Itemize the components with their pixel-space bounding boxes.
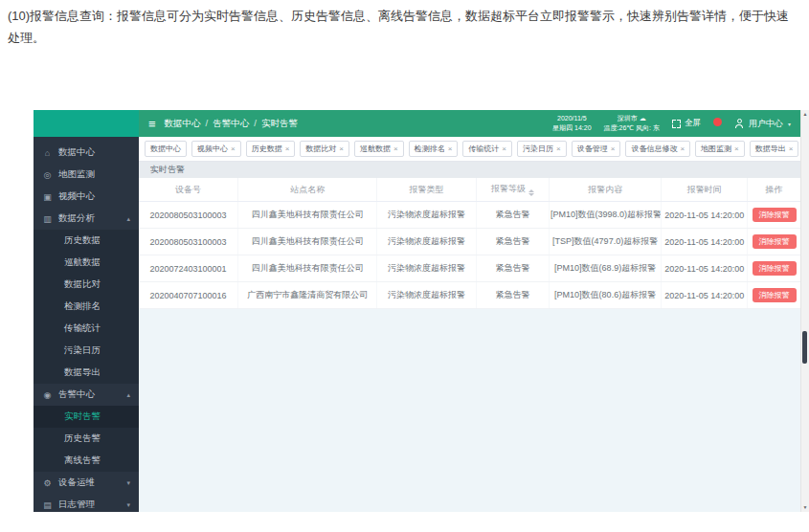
cell-content: [PM10]数值(3998.0)超标报警: [549, 202, 661, 229]
sidebar-subitem-cruise-data[interactable]: 巡航数据: [34, 252, 139, 274]
sidebar-subitem-data-compare[interactable]: 数据比对: [34, 274, 139, 296]
sidebar-item-label: 检测排名: [64, 300, 101, 313]
sidebar-item-map-monitor[interactable]: ◎ 地图监测: [34, 164, 139, 186]
cell-device: 2020080503100003: [139, 229, 238, 255]
sidebar-item-label: 数据中心: [58, 146, 95, 159]
sidebar-item-label: 历史告警: [64, 432, 101, 445]
alarm-table: 设备号 站点名称 报警类型 报警等级 报警内容 报警时间 操作 20200805…: [139, 178, 800, 309]
tab-device-management[interactable]: 设备管理 ×: [572, 141, 621, 157]
sidebar-item-alarm-center[interactable]: ◉ 告警中心 ▴: [34, 384, 139, 406]
tab-video-center[interactable]: 视频中心 ×: [191, 141, 241, 157]
close-icon[interactable]: ×: [680, 145, 685, 153]
sidebar-subitem-pollution-calendar[interactable]: 污染日历: [34, 340, 139, 362]
close-icon[interactable]: ×: [285, 145, 290, 153]
gear-icon: ⚙: [42, 478, 53, 488]
cell-site: 四川鑫美地科技有限责任公司: [238, 229, 377, 255]
tab-history-data[interactable]: 历史数据 ×: [246, 141, 296, 157]
cell-level: 紧急告警: [476, 282, 549, 309]
sidebar-item-label: 设备运维: [58, 477, 95, 489]
cell-type: 污染物浓度超标报警: [377, 229, 477, 255]
chevron-up-icon: ▴: [126, 215, 130, 223]
user-center-menu[interactable]: 用户中心 ▾: [734, 118, 791, 130]
sidebar-subitem-offline-alarm[interactable]: 离线告警: [34, 450, 139, 472]
sidebar-item-label: 数据分析: [58, 212, 95, 225]
description-text: (10)报警信息查询：报警信息可分为实时告警信息、历史告警信息、离线告警信息，数…: [8, 6, 793, 50]
close-icon[interactable]: ×: [556, 145, 561, 153]
content-area: 实时告警 设备号 站点名称 报警类型 报警等级 报警内容: [139, 162, 800, 512]
tab-data-compare[interactable]: 数据比对 ×: [300, 141, 349, 157]
tab-cruise-data[interactable]: 巡航数据 ×: [354, 141, 404, 157]
weather-detail-text: 温度:26℃ 风向: 东: [604, 123, 660, 133]
sidebar-item-device-ops[interactable]: ⚙ 设备运维 ▾: [34, 472, 139, 494]
cell-content: [PM10]数值(80.6)超标报警: [549, 282, 661, 309]
clear-alarm-button[interactable]: 消除报警: [753, 234, 797, 250]
table-row: 2020080503100003 四川鑫美地科技有限责任公司 污染物浓度超标报警…: [139, 202, 800, 229]
breadcrumb-alarm-center[interactable]: 告警中心: [201, 118, 250, 130]
chart-icon: ▥: [42, 214, 53, 224]
cell-level: 紧急告警: [476, 202, 549, 229]
scrollbar-track[interactable]: [801, 119, 809, 503]
sidebar-item-label: 污染日历: [64, 344, 101, 357]
scrollbar-thumb[interactable]: [802, 331, 807, 364]
close-icon[interactable]: ×: [393, 145, 398, 153]
clear-alarm-button[interactable]: 消除报警: [753, 261, 797, 277]
tab-transmission-stats[interactable]: 传输统计 ×: [462, 141, 512, 157]
close-icon[interactable]: ×: [231, 145, 236, 153]
page-title: 实时告警: [150, 164, 185, 176]
weather-display: 深圳市 ☁ 温度:26℃ 风向: 东: [604, 114, 660, 133]
cell-type: 污染物浓度超标报警: [377, 282, 477, 309]
document-icon: ▤: [42, 500, 53, 510]
tab-device-info-edit[interactable]: 设备信息修改 ×: [625, 141, 690, 157]
close-icon[interactable]: ×: [339, 145, 344, 153]
section-title-bar: 实时告警: [139, 162, 800, 178]
tab-detection-ranking[interactable]: 检测排名 ×: [409, 141, 459, 157]
col-time: 报警时间: [662, 178, 748, 202]
clear-alarm-button[interactable]: 消除报警: [753, 208, 797, 223]
col-site: 站点名称: [238, 178, 377, 202]
cell-content: [TSP]数值(4797.0)超标报警: [549, 229, 661, 255]
sidebar-item-label: 数据比对: [64, 278, 101, 291]
menu-toggle-icon[interactable]: ≡: [148, 118, 156, 130]
sidebar-item-label: 日志管理: [58, 499, 95, 511]
breadcrumb-data-center[interactable]: 数据中心: [165, 118, 201, 130]
cell-level: 紧急告警: [476, 229, 549, 255]
bell-icon: ◉: [42, 390, 53, 400]
sidebar-subitem-data-export[interactable]: 数据导出: [34, 362, 139, 384]
close-icon[interactable]: ×: [789, 145, 794, 153]
topbar-right: 2020/11/5 星期四 14:20 深圳市 ☁ 温度:26℃ 风向: 东 全…: [552, 114, 791, 133]
cloud-icon: ☁: [640, 115, 646, 122]
sidebar-item-label: 传输统计: [64, 322, 101, 335]
sidebar-item-video-center[interactable]: ▣ 视频中心: [34, 186, 139, 208]
sidebar-menu: ⌂ 数据中心 ◎ 地图监测 ▣ 视频中心 ▥ 数据分析 ▴ 历史数据 巡航数据: [34, 137, 139, 512]
notification-badge[interactable]: [713, 118, 722, 126]
tab-map-monitor[interactable]: 地图监测 ×: [695, 141, 745, 157]
fullscreen-icon: [672, 120, 681, 128]
map-pin-icon: ◎: [42, 170, 53, 180]
chevron-down-icon: ▾: [126, 479, 130, 487]
tab-data-export[interactable]: 数据导出 ×: [750, 141, 799, 157]
vertical-scrollbar[interactable]: ▲ ▼: [800, 110, 809, 512]
close-icon[interactable]: ×: [502, 145, 506, 153]
col-action: 操作: [748, 178, 800, 202]
sidebar-item-log-management[interactable]: ▤ 日志管理 ▾: [34, 494, 139, 512]
close-icon[interactable]: ×: [448, 145, 453, 153]
sidebar-item-data-center[interactable]: ⌂ 数据中心: [34, 142, 139, 164]
fullscreen-button[interactable]: 全屏: [672, 118, 701, 129]
sidebar-subitem-history-alarm[interactable]: 历史告警: [34, 428, 139, 450]
clear-alarm-button[interactable]: 消除报警: [753, 288, 797, 303]
close-icon[interactable]: ×: [611, 145, 616, 153]
scroll-up-icon[interactable]: ▲: [803, 110, 808, 119]
close-icon[interactable]: ×: [734, 145, 739, 153]
sidebar-item-data-analysis[interactable]: ▥ 数据分析 ▴: [34, 208, 139, 230]
tab-pollution-calendar[interactable]: 污染日历 ×: [517, 141, 567, 157]
sidebar-subitem-detection-ranking[interactable]: 检测排名: [34, 296, 139, 318]
sidebar-subitem-history-data[interactable]: 历史数据: [34, 230, 139, 252]
sidebar-subitem-realtime-alarm[interactable]: 实时告警: [34, 406, 139, 428]
chevron-down-icon: ▾: [126, 501, 130, 509]
cell-site: 四川鑫美地科技有限责任公司: [238, 255, 377, 282]
scroll-down-icon[interactable]: ▼: [803, 503, 808, 512]
tab-data-center[interactable]: 数据中心: [145, 141, 187, 157]
sidebar-subitem-transmission-stats[interactable]: 传输统计: [34, 318, 139, 340]
breadcrumb-realtime-alarm[interactable]: 实时告警: [249, 118, 298, 130]
sort-icon[interactable]: [528, 189, 534, 196]
